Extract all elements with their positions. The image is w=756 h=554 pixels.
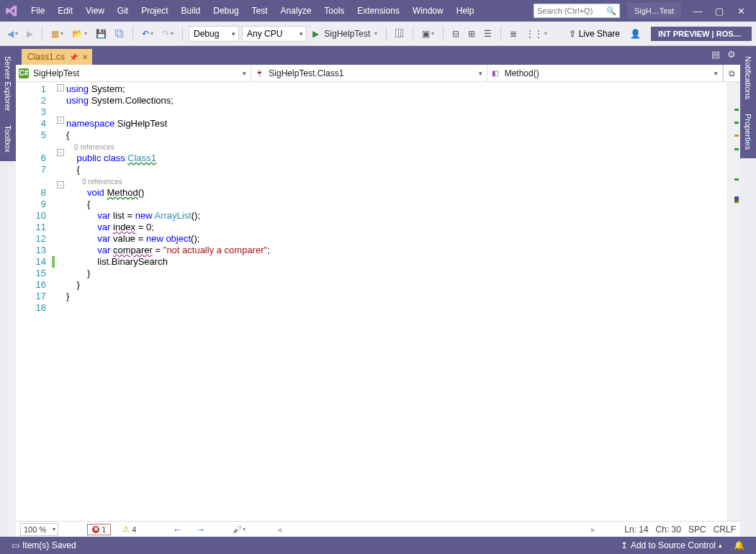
nav-class-combo[interactable]: 🍷 SigHelpTest.Class1	[251, 65, 487, 81]
code-text-area[interactable]: using System;using System.Collections;na…	[66, 82, 727, 521]
source-control-button[interactable]: ↥ Add to Source Control ▴	[615, 540, 728, 550]
code-line[interactable]: using System.Collections;	[66, 95, 727, 106]
warning-count-button[interactable]: ⚠4	[118, 524, 140, 535]
code-line[interactable]	[66, 106, 727, 118]
code-line[interactable]: {	[66, 164, 727, 176]
toolbar-indent[interactable]: ≣	[507, 25, 520, 42]
hscroll-left-icon[interactable]: ◂	[277, 525, 282, 535]
code-line[interactable]: }	[66, 268, 727, 279]
undo-button[interactable]: ↶▾	[139, 25, 156, 42]
solution-badge[interactable]: SigH…Test	[627, 3, 681, 19]
code-line[interactable]: public class Class1	[66, 153, 727, 164]
minimize-button[interactable]: —	[687, 0, 708, 22]
menu-analyze[interactable]: Analyze	[274, 0, 318, 22]
status-left-text: Item(s) Saved	[22, 540, 76, 550]
code-line[interactable]: {	[66, 130, 727, 141]
bell-icon: 🔔	[734, 540, 744, 550]
error-count-button[interactable]: ✖1	[87, 524, 111, 535]
hscroll-right-icon[interactable]: ▸	[591, 525, 595, 535]
file-tab[interactable]: Class1.cs 📌 ✕	[22, 49, 92, 65]
save-status-icon: ▭	[12, 540, 19, 550]
code-line[interactable]: var value = new object();	[66, 233, 727, 245]
code-line[interactable]: list.BinarySearch	[66, 256, 727, 268]
menu-file[interactable]: File	[24, 0, 51, 22]
code-line[interactable]: namespace SigHelpTest	[66, 118, 727, 130]
menu-git[interactable]: Git	[111, 0, 135, 22]
code-cleanup-button[interactable]: 🖌▾	[230, 521, 248, 538]
menu-build[interactable]: Build	[175, 0, 207, 22]
vertical-scrollbar[interactable]	[727, 82, 740, 521]
start-button[interactable]: ▶ SigHelpTest▾	[310, 25, 380, 42]
feedback-button[interactable]: 👤	[627, 25, 644, 42]
warning-count: 4	[132, 525, 136, 534]
new-item-button[interactable]: ▦▾	[48, 25, 66, 42]
close-button[interactable]: ✕	[730, 0, 752, 22]
toolbar-misc-4[interactable]: ⊞	[465, 25, 478, 42]
codelens[interactable]: 0 references	[66, 143, 114, 151]
tabstrip-preview-icon[interactable]: ▤	[711, 49, 720, 60]
start-label: SigHelpTest	[324, 29, 370, 39]
menu-project[interactable]: Project	[135, 0, 174, 22]
code-line[interactable]: void Method()	[66, 187, 727, 199]
split-editor-button[interactable]: ⧉	[723, 65, 740, 81]
notifications-bell-button[interactable]: 🔔	[728, 540, 750, 550]
menu-window[interactable]: Window	[406, 0, 450, 22]
menu-tools[interactable]: Tools	[318, 0, 351, 22]
nav-back-button[interactable]: ◀▾	[4, 25, 21, 42]
preview-badge[interactable]: INT PREVIEW | ROSLY…	[651, 27, 752, 41]
codelens[interactable]: 0 references	[66, 178, 122, 186]
code-line[interactable]: 0 references	[66, 141, 727, 153]
save-all-button[interactable]: ⿻	[112, 25, 127, 42]
toolbar-misc-2[interactable]: ▣▾	[419, 25, 437, 42]
side-tab-properties[interactable]: Properties	[742, 108, 754, 155]
live-share-button[interactable]: ⇪ Live Share	[564, 29, 624, 39]
source-control-label: Add to Source Control	[631, 540, 716, 550]
code-line[interactable]: }	[66, 291, 727, 302]
menu-view[interactable]: View	[79, 0, 111, 22]
maximize-button[interactable]: ▢	[708, 0, 730, 22]
toolbar-misc-3[interactable]: ⊟	[449, 25, 462, 42]
code-line[interactable]: {	[66, 199, 727, 210]
menu-help[interactable]: Help	[450, 0, 481, 22]
side-tab-server-explorer[interactable]: Server Explorer	[2, 50, 14, 117]
caret-line[interactable]: Ln: 14	[624, 525, 648, 535]
menu-extensions[interactable]: Extensions	[351, 0, 406, 22]
menu-test[interactable]: Test	[246, 0, 274, 22]
menu-debug[interactable]: Debug	[207, 0, 245, 22]
config-combo[interactable]: Debug	[189, 26, 239, 42]
nav-fwd-button[interactable]: ▶	[24, 25, 36, 42]
next-issue-button[interactable]: →	[192, 524, 208, 535]
code-line[interactable]: var index = 0;	[66, 222, 727, 233]
change-indicator-margin	[52, 82, 56, 521]
code-editor[interactable]: 123456789101112131415161718 −−−− using S…	[16, 82, 740, 521]
code-line[interactable]: using System;	[66, 83, 727, 95]
side-tab-toolbox[interactable]: Toolbox	[2, 119, 14, 158]
save-button[interactable]: 💾	[93, 25, 109, 42]
outlining-margin[interactable]: −−−−	[56, 82, 66, 521]
search-box[interactable]: Search (Ctrl+Q) 🔍	[534, 4, 620, 18]
tabstrip-gear-icon[interactable]: ⚙	[727, 49, 736, 60]
toolbar-misc-5[interactable]: ☰	[481, 25, 495, 42]
caret-col[interactable]: Ch: 30	[656, 525, 681, 535]
code-line[interactable]: }	[66, 279, 727, 291]
redo-button[interactable]: ↷▾	[159, 25, 176, 42]
tab-close-icon[interactable]: ✕	[82, 53, 88, 61]
pin-icon[interactable]: 📌	[69, 53, 78, 61]
code-line[interactable]: 0 references	[66, 176, 727, 187]
nav-project-combo[interactable]: C# SigHelpTest	[16, 65, 251, 81]
open-button[interactable]: 📂▾	[69, 25, 90, 42]
menu-edit[interactable]: Edit	[51, 0, 79, 22]
platform-combo[interactable]: Any CPU	[242, 26, 307, 42]
code-line[interactable]	[66, 302, 727, 314]
toolbar-misc-6[interactable]: ⋮⋮▾	[523, 25, 550, 42]
code-line[interactable]: var comparer = "not actually a comparer"…	[66, 245, 727, 256]
zoom-combo[interactable]: 100 %	[20, 523, 58, 536]
code-line[interactable]: var list = new ArrayList();	[66, 210, 727, 222]
method-icon: ◧	[490, 68, 500, 78]
side-tab-notifications[interactable]: Notifications	[742, 50, 754, 105]
prev-issue-button[interactable]: ←	[169, 524, 185, 535]
toolbar-misc-1[interactable]: ⿲	[392, 25, 407, 42]
whitespace-mode[interactable]: SPC	[688, 525, 706, 535]
line-ending-mode[interactable]: CRLF	[714, 525, 736, 535]
nav-member-combo[interactable]: ◧ Method()	[487, 65, 723, 81]
